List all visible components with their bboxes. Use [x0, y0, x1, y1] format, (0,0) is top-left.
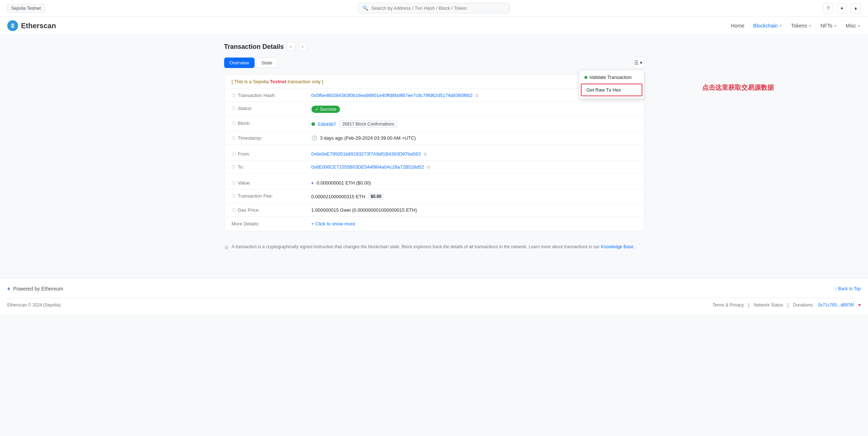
label-value: ⓘ Value:	[232, 180, 311, 186]
checkmark-icon: ✓	[315, 107, 319, 112]
info-icon: ⓘ	[232, 135, 236, 141]
knowledge-base-link[interactable]: Knowledge Base	[601, 244, 633, 249]
spacer2	[225, 174, 644, 177]
transaction-hash-link[interactable]: 0x5f6e460284383f0b16ea98801e40ffd8fa9f87…	[311, 93, 473, 98]
detail-transaction-fee: ⓘ Transaction Fee: 0.000021000000315 ETH…	[225, 190, 644, 204]
search-input[interactable]	[371, 5, 505, 11]
value-timestamp: 🕐 3 days ago (Feb-29-2024 03:39:00 AM +U…	[311, 135, 637, 141]
page-title: Transaction Details	[224, 43, 284, 51]
nav-misc[interactable]: Misc ▼	[846, 23, 861, 29]
footer-copyright: Etherscan © 2024 (Sepolia)	[7, 302, 61, 308]
label-transaction-fee: ⓘ Transaction Fee:	[232, 193, 311, 199]
nav-tokens[interactable]: Tokens ▼	[791, 23, 812, 29]
detail-gas-price: ⓘ Gas Price: 1.000000015 Gwei (0.0000000…	[225, 204, 644, 217]
detail-block: ⓘ Block: 5384987 26817 Block Confirmatio…	[225, 117, 644, 132]
detail-value: ⓘ Value: ♦ 0.000000001 ETH ($0.00)	[225, 177, 644, 190]
spacer	[225, 145, 644, 148]
value-value: ♦ 0.000000001 ETH ($0.00)	[311, 180, 637, 186]
donation-address-link[interactable]: 0x71c765...d8976f	[818, 302, 854, 308]
nav-prev-arrow[interactable]: ‹	[287, 42, 295, 51]
detail-from: ⓘ From: 0x6e0eE795051b89193273f7A9df1B43…	[225, 148, 644, 161]
back-to-top-link[interactable]: ↑ Back to Top	[835, 286, 861, 291]
sparkle-icon-btn[interactable]: ✦	[837, 3, 847, 13]
footer-bottom: Etherscan © 2024 (Sepolia) Terms & Priva…	[7, 298, 861, 308]
copy-to-icon[interactable]: ⧉	[427, 165, 430, 170]
clock-icon: 🕐	[311, 135, 317, 141]
menu-button[interactable]: ☰ ▾	[633, 57, 644, 68]
info-icon: ⓘ	[232, 106, 236, 111]
question-icon-btn[interactable]: ?	[823, 3, 833, 13]
label-status: ⓘ Status:	[232, 106, 311, 111]
network-status-link[interactable]: Network Status	[754, 302, 783, 308]
terms-link[interactable]: Terms & Privacy	[712, 302, 744, 308]
label-to: ⓘ To:	[232, 164, 311, 170]
footer-logo: ♦ Powered by Ethereum	[7, 285, 63, 292]
navbar: Etherscan Home Blockchain ▼ Tokens ▼ NFT…	[0, 17, 868, 35]
info-icon: ⓘ	[232, 151, 236, 157]
eth-icon-btn[interactable]: ♦	[851, 3, 861, 13]
status-badge: ✓ Success	[311, 106, 340, 113]
logo[interactable]: Etherscan	[7, 20, 56, 31]
page-title-row: Transaction Details ‹ ›	[224, 42, 644, 51]
nav-blockchain[interactable]: Blockchain ▼	[753, 23, 783, 29]
logo-icon	[7, 20, 18, 31]
detail-to: ⓘ To: 0x6E006CE71555B03DE544f984a0Ac28a7…	[225, 161, 644, 174]
block-number-link[interactable]: 5384987	[318, 122, 336, 127]
footer-divider: |	[748, 302, 749, 308]
dropdown-get-raw-tx[interactable]: Get Raw Tx Hex	[581, 84, 642, 96]
nav-nfts[interactable]: NFTs ▼	[821, 23, 837, 29]
value-transaction-fee: 0.000021000000315 ETH $0.00	[311, 193, 637, 200]
green-dot-icon	[584, 76, 587, 79]
to-address-link[interactable]: 0x6E006CE71555B03DE544f984a0Ac28a72B528d…	[311, 164, 424, 170]
value-gas-price: 1.000000015 Gwei (0.000000001000000015 E…	[311, 207, 637, 213]
gear-icon: ⚙	[224, 245, 229, 250]
tabs: Overview State	[224, 58, 278, 68]
search-bar: 🔍	[358, 3, 510, 13]
eth-footer-icon: ♦	[7, 285, 10, 292]
copy-hash-icon[interactable]: ⧉	[475, 93, 479, 98]
info-text: A transaction is a cryptographically sig…	[232, 244, 636, 249]
detail-status: ⓘ Status: ✓ Success	[225, 102, 644, 117]
info-icon: ⓘ	[232, 120, 236, 126]
info-icon: ⓘ	[232, 180, 236, 186]
main-content: Transaction Details ‹ › Overview State ☰…	[217, 35, 651, 263]
tab-state[interactable]: State	[256, 58, 278, 68]
value-to: 0x6E006CE71555B03DE544f984a0Ac28a72B528d…	[311, 164, 637, 170]
more-details-link[interactable]: + Click to show more	[311, 221, 355, 227]
eth-diamond-icon: ♦	[311, 180, 314, 186]
value-status: ✓ Success	[311, 106, 637, 113]
value-more-details: + Click to show more	[311, 221, 637, 227]
label-more-details: More Details:	[232, 221, 311, 227]
info-icon: ⓘ	[232, 164, 236, 170]
nav-links: Home Blockchain ▼ Tokens ▼ NFTs ▼ Misc ▼	[731, 23, 861, 29]
nav-next-arrow[interactable]: ›	[298, 42, 307, 51]
chinese-annotation: 点击这里获取交易源数据	[702, 83, 774, 92]
footer-divider2: |	[788, 302, 789, 308]
info-icon: ⓘ	[232, 93, 236, 98]
info-icon: ⓘ	[232, 193, 236, 199]
block-dot-icon	[311, 122, 315, 126]
nav-home[interactable]: Home	[731, 23, 745, 29]
top-bar: Sepolia Testnet 🔍 ? ✦ ♦	[0, 0, 868, 17]
network-badge[interactable]: Sepolia Testnet	[7, 4, 45, 13]
label-block: ⓘ Block:	[232, 120, 311, 126]
tab-overview[interactable]: Overview	[224, 58, 255, 68]
chevron-icon: ▼	[779, 24, 783, 28]
donations-label: Donations:	[793, 302, 814, 308]
dropdown-validate[interactable]: Validate Transaction	[579, 72, 644, 83]
detail-more: More Details: + Click to show more	[225, 217, 644, 231]
logo-text: Etherscan	[21, 22, 56, 30]
footer-top: ♦ Powered by Ethereum ↑ Back to Top	[7, 285, 861, 292]
from-address-link[interactable]: 0x6e0eE795051b89193273f7A9df1B4393D97ba5…	[311, 151, 421, 157]
chevron-icon: ▼	[857, 24, 861, 28]
info-box: ⚙ A transaction is a cryptographically s…	[224, 238, 644, 256]
copy-from-icon[interactable]: ⧉	[424, 152, 427, 157]
value-block: 5384987 26817 Block Confirmations	[311, 120, 637, 128]
detail-timestamp: ⓘ Timestamp: 🕐 3 days ago (Feb-29-2024 0…	[225, 132, 644, 145]
top-bar-icons: ? ✦ ♦	[823, 3, 861, 13]
chevron-icon: ▼	[833, 24, 837, 28]
menu-container: ☰ ▾ Validate Transaction Get Raw Tx Hex …	[633, 57, 644, 68]
label-gas-price: ⓘ Gas Price:	[232, 207, 311, 213]
tabs-row: Overview State ☰ ▾ Validate Transaction …	[224, 57, 644, 68]
chevron-icon: ▼	[808, 24, 812, 28]
